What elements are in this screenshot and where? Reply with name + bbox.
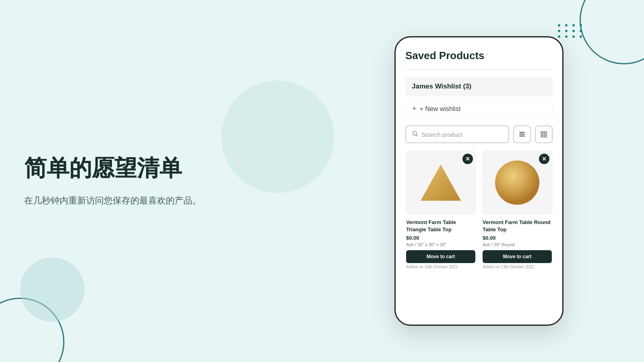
svg-marker-9: [421, 165, 461, 201]
move-to-cart-button[interactable]: Move to cart: [406, 250, 475, 263]
svg-rect-6: [545, 132, 547, 134]
product-image-circle: [493, 158, 541, 207]
svg-point-0: [413, 132, 417, 135]
dots-decoration: [558, 24, 584, 38]
search-icon: [412, 130, 418, 138]
search-placeholder-text: Search product: [421, 131, 462, 138]
product-info: Vermont Farm Table Round Table Top $0.00…: [482, 215, 553, 271]
main-heading: 简单的愿望清单: [24, 154, 201, 181]
product-card: ✕: [405, 150, 476, 271]
product-price: $0.00: [406, 235, 475, 241]
move-to-cart-button[interactable]: Move to cart: [483, 250, 552, 263]
grid-view-button[interactable]: [535, 125, 553, 143]
remove-product-button[interactable]: ✕: [462, 154, 473, 164]
plus-icon: +: [412, 105, 417, 113]
product-price: $0.00: [483, 235, 552, 241]
list-view-button[interactable]: [513, 125, 531, 143]
product-variant: Ash / 30" Round: [483, 242, 552, 247]
page-title: Saved Products: [405, 49, 553, 62]
added-date: Added on 13th October 2022: [406, 265, 475, 269]
phone-mockup: Saved Products James Wishlist (3) + + Ne…: [394, 36, 564, 326]
product-info: Vermont Farm Table Triangle Table Top $0…: [405, 215, 476, 271]
search-row: Search product: [405, 125, 553, 143]
remove-product-button[interactable]: ✕: [539, 154, 549, 164]
search-box[interactable]: Search product: [405, 125, 509, 143]
new-wishlist-label: + New wishlist: [420, 105, 461, 113]
svg-rect-5: [541, 132, 543, 134]
sub-description: 在几秒钟内重新访问您保存的最喜欢的产品。: [24, 193, 201, 208]
phone-inner: Saved Products James Wishlist (3) + + Ne…: [396, 37, 562, 325]
decorative-blob-left: [20, 257, 85, 322]
divider: [405, 69, 553, 70]
svg-rect-8: [545, 135, 547, 137]
product-image-triangle: [419, 162, 463, 203]
left-content-area: 简单的愿望清单 在几秒钟内重新访问您保存的最喜欢的产品。: [24, 154, 201, 208]
decorative-blob-center: [221, 80, 334, 193]
product-image-wrap: ✕: [482, 150, 553, 215]
svg-line-1: [416, 135, 418, 136]
new-wishlist-row[interactable]: + + New wishlist: [405, 99, 553, 118]
product-card: ✕: [482, 150, 553, 271]
svg-point-10: [495, 160, 539, 205]
product-name: Vermont Farm Table Triangle Table Top: [406, 219, 475, 233]
product-grid: ✕: [405, 150, 553, 271]
wishlist-name: James Wishlist (3): [412, 82, 471, 90]
product-variant: Ash / 30" x 30" x 30": [406, 242, 475, 247]
product-image-wrap: ✕: [405, 150, 476, 215]
svg-rect-3: [519, 134, 525, 135]
product-name: Vermont Farm Table Round Table Top: [483, 219, 552, 233]
phone-frame: Saved Products James Wishlist (3) + + Ne…: [394, 36, 564, 326]
svg-rect-4: [519, 136, 525, 136]
svg-rect-7: [541, 135, 543, 137]
wishlist-row[interactable]: James Wishlist (3): [405, 77, 553, 96]
added-date: Added on 13th October 2022: [483, 265, 552, 269]
decorative-circle-top-right: [580, 0, 644, 64]
svg-rect-2: [519, 132, 525, 133]
